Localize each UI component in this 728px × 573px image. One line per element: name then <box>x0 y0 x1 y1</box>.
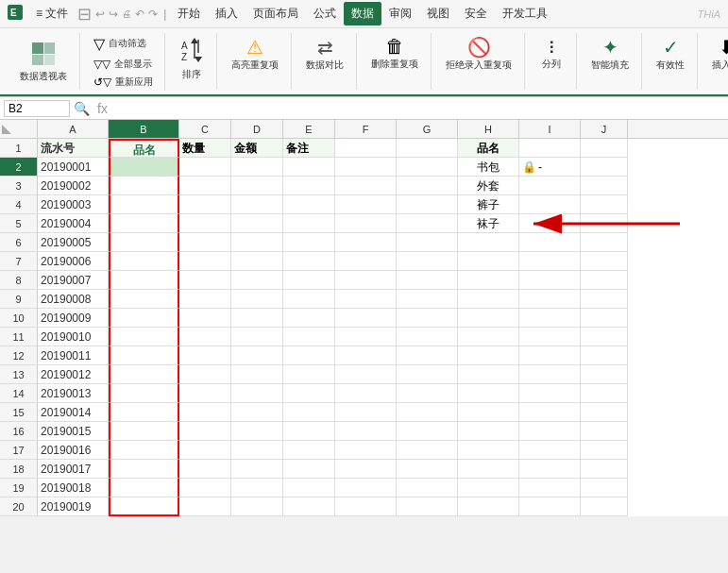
cell-g16[interactable] <box>397 422 458 441</box>
cell-f17[interactable] <box>335 441 397 460</box>
cell-j15[interactable] <box>581 403 628 422</box>
cell-j7[interactable] <box>581 252 628 271</box>
cell-i11[interactable] <box>519 328 581 346</box>
cell-d17[interactable] <box>231 441 283 460</box>
cell-g11[interactable] <box>397 328 458 346</box>
show-all-button[interactable]: ▽▽ 全部显示 <box>90 56 156 73</box>
insert-down-button[interactable]: ⬇ 插入下 <box>707 33 728 75</box>
cell-e5[interactable] <box>283 214 335 233</box>
menu-review[interactable]: 审阅 <box>381 2 419 25</box>
cell-a16[interactable]: 20190015 <box>38 422 109 441</box>
cell-h10[interactable] <box>458 309 519 328</box>
cell-e19[interactable] <box>283 479 335 497</box>
cell-i7[interactable] <box>519 252 581 271</box>
cell-f15[interactable] <box>335 403 397 422</box>
cell-a2[interactable]: 20190001 <box>38 158 109 177</box>
cell-a18[interactable]: 20190017 <box>38 460 109 479</box>
cell-e9[interactable] <box>283 290 335 309</box>
cell-h3[interactable]: 外套 <box>458 177 519 195</box>
cell-h14[interactable] <box>458 384 519 403</box>
cell-e17[interactable] <box>283 441 335 460</box>
cell-d19[interactable] <box>231 479 283 497</box>
cell-j12[interactable] <box>581 346 628 365</box>
cell-a8[interactable]: 20190007 <box>38 271 109 290</box>
cell-b5[interactable] <box>109 214 179 233</box>
cell-c11[interactable] <box>179 328 231 346</box>
cell-g8[interactable] <box>397 271 458 290</box>
cell-g9[interactable] <box>397 290 458 309</box>
cell-h8[interactable] <box>458 271 519 290</box>
menu-security[interactable]: 安全 <box>457 2 495 25</box>
cell-b4[interactable] <box>109 195 179 214</box>
row-num-4[interactable]: 4 <box>0 195 37 214</box>
cell-h13[interactable] <box>458 365 519 384</box>
cell-g12[interactable] <box>397 346 458 365</box>
cell-i13[interactable] <box>519 365 581 384</box>
cell-e7[interactable] <box>283 252 335 271</box>
cell-d13[interactable] <box>231 365 283 384</box>
cell-e4[interactable] <box>283 195 335 214</box>
cell-d4[interactable] <box>231 195 283 214</box>
cell-f19[interactable] <box>335 479 397 497</box>
cell-d3[interactable] <box>231 177 283 195</box>
menu-start[interactable]: 开始 <box>170 2 208 25</box>
col-header-j[interactable]: J <box>581 120 628 138</box>
cell-j11[interactable] <box>581 328 628 346</box>
col-header-e[interactable]: E <box>283 120 335 138</box>
cell-a3[interactable]: 20190002 <box>38 177 109 195</box>
cell-a7[interactable]: 20190006 <box>38 252 109 271</box>
cell-e6[interactable] <box>283 233 335 252</box>
cell-h17[interactable] <box>458 441 519 460</box>
highlight-dup-button[interactable]: ⚠ 高亮重复项 <box>227 33 283 75</box>
cell-c3[interactable] <box>179 177 231 195</box>
cell-f16[interactable] <box>335 422 397 441</box>
cell-h9[interactable] <box>458 290 519 309</box>
cell-d8[interactable] <box>231 271 283 290</box>
cell-f9[interactable] <box>335 290 397 309</box>
delete-dup-button[interactable]: 🗑 删除重复项 <box>366 33 423 74</box>
cell-reference-input[interactable] <box>4 100 70 117</box>
cell-e10[interactable] <box>283 309 335 328</box>
cell-a17[interactable]: 20190016 <box>38 441 109 460</box>
cell-j18[interactable] <box>581 460 628 479</box>
cell-c1[interactable]: 数量 <box>179 139 231 158</box>
cell-i9[interactable] <box>519 290 581 309</box>
cell-i15[interactable] <box>519 403 581 422</box>
cell-j17[interactable] <box>581 441 628 460</box>
cell-a5[interactable]: 20190004 <box>38 214 109 233</box>
cell-a1[interactable]: 流水号 <box>38 139 109 158</box>
row-num-11[interactable]: 11 <box>0 328 37 346</box>
cell-d2[interactable] <box>231 158 283 177</box>
cell-e20[interactable] <box>283 497 335 516</box>
cell-i8[interactable] <box>519 271 581 290</box>
quick-access-print[interactable]: 🖨 <box>122 8 131 19</box>
cell-i16[interactable] <box>519 422 581 441</box>
cell-h6[interactable] <box>458 233 519 252</box>
row-num-6[interactable]: 6 <box>0 233 37 252</box>
cell-f7[interactable] <box>335 252 397 271</box>
cell-g13[interactable] <box>397 365 458 384</box>
undo-btn[interactable]: ↶ <box>135 8 144 21</box>
cell-e16[interactable] <box>283 422 335 441</box>
cell-d11[interactable] <box>231 328 283 346</box>
cell-g18[interactable] <box>397 460 458 479</box>
cell-j19[interactable] <box>581 479 628 497</box>
cell-b17[interactable] <box>109 441 179 460</box>
col-header-c[interactable]: C <box>179 120 231 138</box>
cell-d14[interactable] <box>231 384 283 403</box>
cell-f13[interactable] <box>335 365 397 384</box>
cell-b12[interactable] <box>109 346 179 365</box>
menu-pagelayout[interactable]: 页面布局 <box>245 2 306 25</box>
cell-j2[interactable] <box>581 158 628 177</box>
row-num-7[interactable]: 7 <box>0 252 37 271</box>
cell-a19[interactable]: 20190018 <box>38 479 109 497</box>
reject-dup-button[interactable]: 🚫 拒绝录入重复项 <box>441 33 516 75</box>
row-num-9[interactable]: 9 <box>0 290 37 309</box>
cell-i12[interactable] <box>519 346 581 365</box>
row-num-18[interactable]: 18 <box>0 460 37 479</box>
cell-c8[interactable] <box>179 271 231 290</box>
cell-f11[interactable] <box>335 328 397 346</box>
cell-i14[interactable] <box>519 384 581 403</box>
cell-d16[interactable] <box>231 422 283 441</box>
cell-e15[interactable] <box>283 403 335 422</box>
